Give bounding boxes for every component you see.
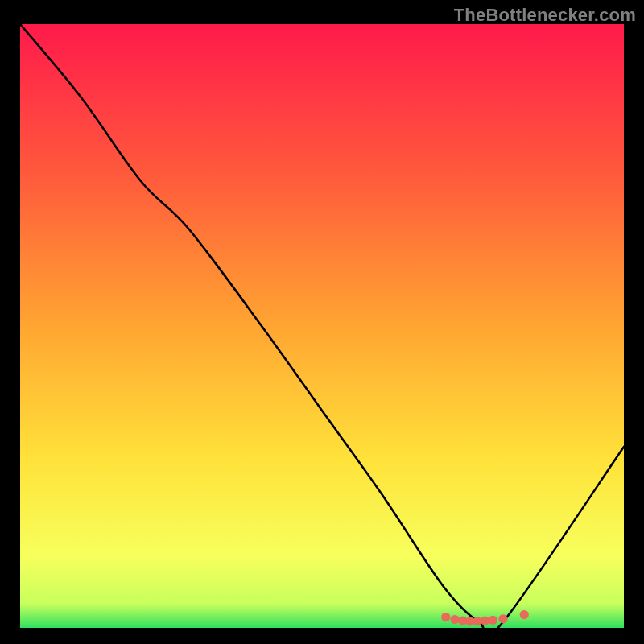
highlight-point (489, 616, 497, 625)
highlight-point (450, 615, 459, 624)
bottleneck-curve (20, 24, 624, 628)
highlight-point (498, 614, 507, 623)
highlight-point (441, 613, 450, 621)
highlight-point (520, 610, 529, 619)
watermark-text: TheBottlenecker.com (454, 5, 636, 26)
highlight-markers (441, 610, 529, 626)
line-overlay (20, 24, 624, 628)
highlight-point (481, 616, 489, 625)
highlight-point (473, 617, 481, 625)
plot-area (20, 24, 624, 620)
chart-frame: TheBottlenecker.com (0, 0, 644, 644)
